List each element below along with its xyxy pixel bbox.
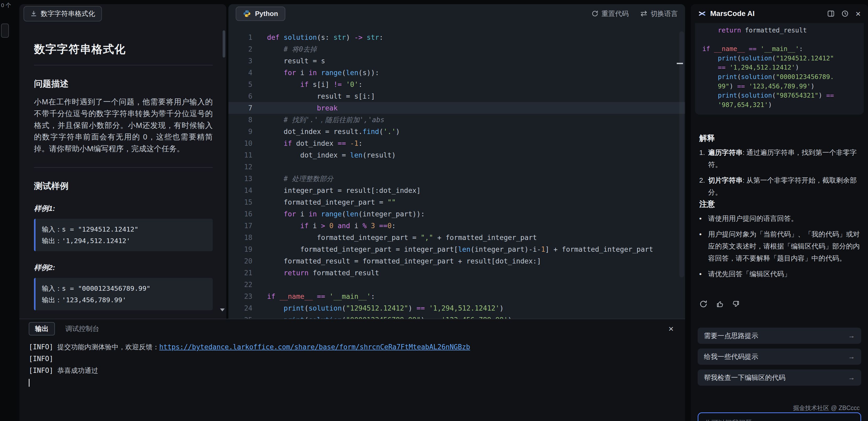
code-line[interactable]: 24 print(solution("1294512.12412") == '1… xyxy=(228,302,685,314)
code-line[interactable]: 13 # 处理整数部分 xyxy=(228,173,685,185)
samples-list: 样例1:输入：s = "1294512.12412"输出：'1,294,512.… xyxy=(34,203,213,310)
reset-icon xyxy=(592,10,598,17)
switch-language-button[interactable]: 切换语言 xyxy=(640,9,678,18)
switch-label: 切换语言 xyxy=(651,9,678,18)
note-item: •请使用用户提问的语言回答。 xyxy=(699,213,863,224)
reset-code-button[interactable]: 重置代码 xyxy=(592,9,629,18)
thumbs-down-icon[interactable] xyxy=(732,300,740,308)
code-line[interactable]: 16 for i in range(len(integer_part)): xyxy=(228,208,685,220)
code-line[interactable]: 20 formatted_result = formatted_integer_… xyxy=(228,255,685,267)
explain-item: 1.遍历字符串: 通过遍历字符串，找到第一个非零字符。 xyxy=(699,146,863,171)
console-cursor xyxy=(29,379,30,387)
problem-panel: 数字字符串格式化 数字字符串格式化 问题描述 小M在工作时遇到了一个问题，他需要… xyxy=(19,4,226,319)
reset-label: 重置代码 xyxy=(601,9,629,18)
explain-heading: 解释 xyxy=(699,133,715,144)
sample-code-block: 输入：s = "1294512.12412"输出：'1,294,512.1241… xyxy=(34,219,213,251)
ai-suggestion-chip[interactable]: 给我一些代码提示→ xyxy=(698,348,861,365)
code-line[interactable]: 17 if i > 0 and i % 3 ==0: xyxy=(228,220,685,231)
code-line[interactable]: 7 break xyxy=(228,102,685,114)
marscode-logo-icon xyxy=(698,10,706,18)
code-line[interactable]: 23if __name__ == '__main__': xyxy=(228,290,685,302)
code-line[interactable]: 5 if s[i] != '0': xyxy=(228,79,685,90)
app-root: 0 个 数字字符串格式化 数字字符串格式化 问题描述 小M在工作时遇到了一个问题… xyxy=(0,0,868,421)
code-line[interactable]: 19 formatted_integer_part = integer_part… xyxy=(228,243,685,255)
note-heading: 注意 xyxy=(699,199,715,209)
history-icon[interactable] xyxy=(841,10,849,17)
python-logo-icon xyxy=(243,10,251,18)
divider xyxy=(34,167,213,168)
ai-header-icons: × xyxy=(827,9,861,18)
console-line: [INFO] 恭喜成功通过 xyxy=(29,365,685,376)
tab-python[interactable]: Python xyxy=(236,6,285,21)
editor-panel: Python 重置代码 切换语言 1def solution(s: str) -… xyxy=(228,4,685,319)
explain-list: 1.遍历字符串: 通过遍历字符串，找到第一个非零字符。2.切片字符串: 从第一个… xyxy=(699,146,863,202)
code-line[interactable]: 18 formatted_integer_part = "," + format… xyxy=(228,231,685,243)
code-line[interactable]: 12 xyxy=(228,161,685,173)
samples-heading: 测试样例 xyxy=(34,180,213,192)
code-line[interactable]: 25 print(solution("0000123456789.99") ==… xyxy=(228,314,685,319)
note-item: •用户提问对象为「当前代码」、「我的代码」或对应的英文表述时，请根据「编辑区代码… xyxy=(699,228,863,264)
code-line[interactable]: 9 dot_index = result.find('.') xyxy=(228,125,685,137)
ai-panel: MarsCode AI × return formatted_resultif … xyxy=(691,4,868,421)
code-line[interactable]: 11 dot_index = len(result) xyxy=(228,149,685,161)
problem-tab[interactable]: 数字字符串格式化 xyxy=(24,6,102,22)
ai-code-block: return formatted_resultif __name__ == '_… xyxy=(695,23,864,115)
divider xyxy=(34,65,213,65)
ai-close-icon[interactable]: × xyxy=(856,9,861,18)
scroll-down-arrow-icon[interactable] xyxy=(220,308,225,311)
code-line[interactable]: 10 if dot_index == -1: xyxy=(228,137,685,149)
sample-label: 样例2: xyxy=(34,263,213,273)
code-line[interactable]: 6 result = s[i:] xyxy=(228,90,685,102)
sample-code-block: 输入：s = "0000123456789.99"输出：'123,456,789… xyxy=(34,278,213,310)
tab-output[interactable]: 输出 xyxy=(29,322,55,335)
problem-content: 数字字符串格式化 问题描述 小M在工作时遇到了一个问题，他需要将用户输入的不带千… xyxy=(19,42,226,310)
problem-tab-title: 数字字符串格式化 xyxy=(41,9,95,18)
console-output: [INFO] 提交功能内测体验中，欢迎反馈：https://bytedance.… xyxy=(19,338,685,388)
ai-header: MarsCode AI × xyxy=(691,4,868,23)
ai-panel-title: MarsCode AI xyxy=(710,9,754,18)
ai-suggestion-chip[interactable]: 帮我检查一下编辑区的代码→ xyxy=(698,369,861,386)
console-header: 输出 调试控制台 × xyxy=(19,319,685,338)
problem-topbar: 数字字符串格式化 xyxy=(19,4,226,23)
code-editor[interactable]: 1def solution(s: str) -> str:2 # 将0去掉3 r… xyxy=(228,23,685,319)
code-line[interactable]: 3 result = s xyxy=(228,55,685,67)
note-list: •请使用用户提问的语言回答。•用户提问对象为「当前代码」、「我的代码」或对应的英… xyxy=(699,213,863,284)
code-line[interactable]: 4 for i in range(len(s)): xyxy=(228,67,685,79)
open-panel-icon[interactable] xyxy=(827,10,835,17)
thumbs-up-icon[interactable] xyxy=(716,300,724,308)
problem-description: 小M在工作时遇到了一个问题，他需要将用户输入的不带千分位逗号的数字字符串转换为带… xyxy=(34,96,213,155)
ai-question-input[interactable] xyxy=(698,412,861,421)
code-line[interactable]: 8 # 找到'.'，随后往前加','abs xyxy=(228,114,685,125)
console-panel: 输出 调试控制台 × [INFO] 提交功能内测体验中，欢迎反馈：https:/… xyxy=(19,319,685,421)
code-line[interactable]: 14 integer_part = result[:dot_index] xyxy=(228,185,685,196)
feedback-link[interactable]: https://bytedance.larkoffice.com/share/b… xyxy=(159,343,470,351)
download-icon xyxy=(30,10,37,17)
ai-message-actions xyxy=(699,300,740,308)
code-line[interactable]: 22 xyxy=(228,279,685,290)
console-line: [INFO] 提交功能内测体验中，欢迎反馈：https://bytedance.… xyxy=(29,341,685,353)
console-line: [INFO] xyxy=(29,353,685,365)
ai-suggestion-chip[interactable]: 需要一点思路提示→ xyxy=(698,328,861,344)
editor-scrollbar[interactable] xyxy=(679,31,684,277)
python-tab-label: Python xyxy=(255,10,278,18)
arrow-right-icon: → xyxy=(848,353,855,361)
collapsed-panel-handle[interactable] xyxy=(1,24,9,38)
code-line[interactable]: 21 return formatted_result xyxy=(228,267,685,279)
arrow-right-icon: → xyxy=(848,374,855,382)
problem-title: 数字字符串格式化 xyxy=(34,42,213,57)
arrow-right-icon: → xyxy=(848,332,855,340)
explain-item: 2.切片字符串: 从第一个非零字符开始，截取剩余部分。 xyxy=(699,174,863,198)
regenerate-icon[interactable] xyxy=(699,300,708,308)
collapsed-count-label: 0 个 xyxy=(1,2,11,9)
code-line[interactable]: 1def solution(s: str) -> str: xyxy=(228,31,685,43)
switch-language-icon xyxy=(640,10,648,17)
tab-debug-console[interactable]: 调试控制台 xyxy=(65,324,99,333)
community-credit: 掘金技术社区 @ ZBCccc xyxy=(793,404,860,412)
problem-scrollbar[interactable] xyxy=(223,30,225,58)
overview-ruler-mark xyxy=(677,63,683,64)
code-line[interactable]: 15 formatted_integer_part = "" xyxy=(228,196,685,208)
desc-heading: 问题描述 xyxy=(34,78,213,90)
ai-suggestions: 需要一点思路提示→给我一些代码提示→帮我检查一下编辑区的代码→ xyxy=(698,328,861,390)
code-line[interactable]: 2 # 将0去掉 xyxy=(228,43,685,55)
console-close-icon[interactable]: × xyxy=(669,324,676,333)
